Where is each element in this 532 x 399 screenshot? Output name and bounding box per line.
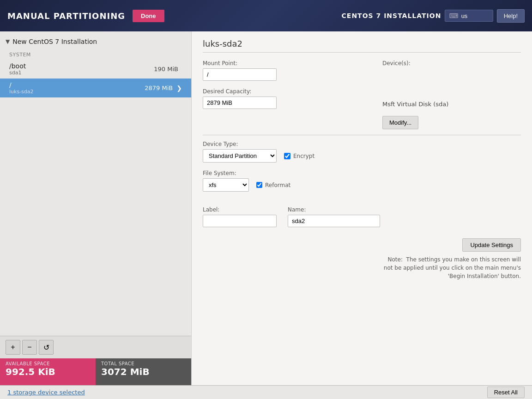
left-form-col: Mount Point: Desired Capacity:	[203, 60, 382, 129]
filesystem-row: xfs ext4 ext3 ext2 vfat swap btrfs Refor…	[203, 178, 521, 192]
total-space-indicator: TOTAL SPACE 3072 MiB	[96, 358, 191, 385]
device-type-label: Device Type:	[203, 141, 521, 147]
file-system-select[interactable]: xfs ext4 ext3 ext2 vfat swap btrfs	[203, 178, 249, 192]
header: MANUAL PARTITIONING Done CENTOS 7 INSTAL…	[0, 0, 532, 31]
file-system-group: File System: xfs ext4 ext3 ext2 vfat swa…	[203, 170, 521, 199]
name-group: Name:	[288, 206, 380, 227]
keyboard-locale-input[interactable]	[461, 12, 489, 19]
partition-info-root: / luks-sda2	[9, 81, 145, 95]
devices-label: Device(s):	[382, 60, 521, 66]
centos-title: CENTOS 7 INSTALLATION	[342, 12, 441, 19]
partition-info-boot: /boot sda1	[9, 62, 154, 76]
status-bar: 1 storage device selected Reset All	[0, 385, 532, 399]
devices-group: Device(s): Msft Virtual Disk (sda)	[382, 60, 521, 109]
device-type-group: Device Type: Standard Partition LVM LVM …	[203, 141, 521, 166]
partition-controls: + − ↺	[0, 336, 191, 358]
help-button[interactable]: Help!	[497, 9, 525, 23]
device-name: Msft Virtual Disk (sda)	[382, 100, 521, 109]
refresh-button[interactable]: ↺	[39, 340, 54, 355]
add-partition-button[interactable]: +	[6, 340, 20, 355]
device-type-row: Standard Partition LVM LVM Thin Provisio…	[203, 149, 521, 163]
encrypt-label: Encrypt	[293, 153, 314, 159]
partition-size-root: 2879 MiB	[145, 85, 173, 91]
right-form-col: Device(s): Msft Virtual Disk (sda) Modif…	[382, 60, 521, 129]
right-panel: luks-sda2 Mount Point: Desired Capacity:…	[192, 31, 532, 385]
label-label: Label:	[203, 206, 277, 213]
header-left: MANUAL PARTITIONING Done	[7, 10, 164, 22]
label-group: Label:	[203, 206, 277, 227]
remove-partition-button[interactable]: −	[22, 340, 37, 355]
top-form-row: Mount Point: Desired Capacity: Device(s)…	[203, 60, 521, 129]
page-title: MANUAL PARTITIONING	[7, 11, 125, 21]
available-space-label: AVAILABLE SPACE	[6, 361, 50, 366]
keyboard-icon: ⌨	[449, 12, 458, 19]
total-space-value: 3072 MiB	[101, 366, 150, 377]
main-content: ▼ New CentOS 7 Installation SYSTEM /boot…	[0, 31, 532, 385]
installation-header[interactable]: ▼ New CentOS 7 Installation	[0, 35, 191, 48]
encrypt-checkbox-label[interactable]: Encrypt	[284, 153, 314, 159]
system-label: SYSTEM	[0, 50, 191, 60]
partition-item-boot[interactable]: /boot sda1 190 MiB	[0, 60, 191, 79]
mount-point-label: Mount Point:	[203, 60, 382, 66]
update-settings-section: Update Settings Note: The settings you m…	[203, 238, 521, 280]
partition-mount-boot: /boot	[9, 62, 154, 70]
reformat-checkbox-label[interactable]: Reformat	[256, 182, 290, 188]
section-divider	[203, 135, 521, 135]
note-text: Note: The settings you make on this scre…	[203, 255, 521, 280]
file-system-label: File System:	[203, 170, 521, 176]
partition-arrow-icon: ❯	[176, 85, 182, 92]
system-group: SYSTEM /boot sda1 190 MiB / luks-sda2 28…	[0, 48, 191, 99]
name-input[interactable]	[288, 215, 380, 227]
desired-capacity-label: Desired Capacity:	[203, 88, 382, 95]
partition-detail-title: luks-sda2	[203, 39, 521, 53]
available-space-indicator: AVAILABLE SPACE 992.5 KiB	[0, 358, 96, 385]
partition-size-boot: 190 MiB	[154, 66, 178, 73]
label-input[interactable]	[203, 215, 277, 227]
keyboard-input-group: ⌨	[445, 10, 493, 22]
partition-device-boot: sda1	[9, 70, 154, 76]
device-type-select[interactable]: Standard Partition LVM LVM Thin Provisio…	[203, 149, 277, 163]
mount-point-group: Mount Point:	[203, 60, 382, 81]
header-right: CENTOS 7 INSTALLATION ⌨ Help!	[342, 9, 525, 23]
desired-capacity-input[interactable]	[203, 97, 277, 109]
left-panel: ▼ New CentOS 7 Installation SYSTEM /boot…	[0, 31, 192, 385]
installation-label: New CentOS 7 Installation	[12, 38, 97, 45]
reformat-checkbox[interactable]	[256, 182, 262, 188]
storage-device-link[interactable]: 1 storage device selected	[7, 389, 85, 396]
space-bar: AVAILABLE SPACE 992.5 KiB TOTAL SPACE 30…	[0, 358, 191, 385]
done-button[interactable]: Done	[133, 10, 164, 22]
reformat-label: Reformat	[265, 182, 290, 188]
arrow-icon: ▼	[6, 38, 10, 45]
name-label: Name:	[288, 206, 380, 213]
encrypt-checkbox[interactable]	[284, 153, 290, 159]
installation-section: ▼ New CentOS 7 Installation SYSTEM /boot…	[0, 31, 191, 336]
label-name-row: Label: Name:	[203, 206, 521, 227]
mount-point-input[interactable]	[203, 68, 277, 81]
device-item	[382, 96, 521, 98]
partition-item-root[interactable]: / luks-sda2 2879 MiB ❯	[0, 79, 191, 97]
reset-all-button[interactable]: Reset All	[487, 387, 525, 398]
update-settings-button[interactable]: Update Settings	[462, 238, 521, 252]
desired-capacity-group: Desired Capacity:	[203, 88, 382, 109]
partition-device-root: luks-sda2	[9, 89, 145, 95]
partition-mount-root: /	[9, 81, 145, 89]
total-space-label: TOTAL SPACE	[101, 361, 134, 366]
available-space-value: 992.5 KiB	[6, 366, 55, 377]
modify-button[interactable]: Modify...	[382, 116, 418, 129]
